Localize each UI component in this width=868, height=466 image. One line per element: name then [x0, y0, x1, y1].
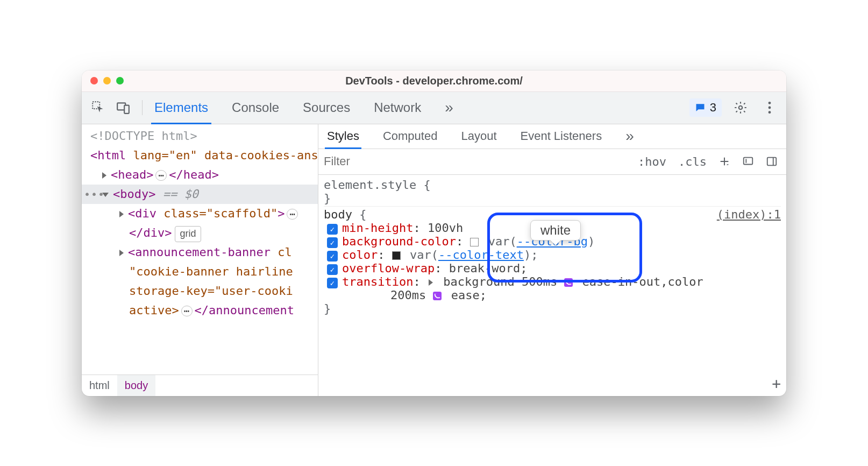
devtools-window: DevTools - developer.chrome.com/ Element…: [82, 70, 786, 396]
toolbar-divider: [142, 100, 143, 115]
decl-overflow-wrap[interactable]: ✓ overflow-wrap: break-word;: [324, 262, 781, 275]
toggle-hover-button[interactable]: :hov: [636, 154, 668, 170]
traffic-lights: [90, 77, 124, 84]
svg-rect-8: [767, 158, 777, 166]
grid-badge[interactable]: grid: [175, 226, 201, 242]
crumb-body[interactable]: body: [117, 375, 155, 396]
tab-network[interactable]: Network: [371, 92, 424, 124]
styles-rules[interactable]: element.style { } (index):1 body { ✓ min…: [318, 175, 786, 396]
subtab-computed[interactable]: Computed: [381, 124, 440, 149]
tab-console[interactable]: Console: [229, 92, 282, 124]
plus-icon: [718, 156, 730, 167]
dom-node-announcement-l4[interactable]: active>⋯</announcement: [90, 301, 318, 320]
elements-pane: <!DOCTYPE html> <html lang="en" data-coo…: [82, 124, 318, 396]
rule-element-style[interactable]: element.style { }: [324, 177, 781, 207]
close-window-button[interactable]: [90, 77, 98, 84]
dom-node-announcement-l2[interactable]: "cookie-banner hairline: [90, 262, 318, 281]
add-declaration-button[interactable]: +: [772, 375, 781, 393]
decl-enable-checkbox[interactable]: ✓: [327, 237, 338, 248]
expand-ellipsis-icon[interactable]: ⋯: [287, 209, 298, 220]
expand-ellipsis-icon[interactable]: ⋯: [155, 170, 167, 181]
computed-styles-toggle-icon[interactable]: [740, 154, 756, 168]
expand-icon[interactable]: [429, 279, 433, 286]
selected-row-menu-icon[interactable]: •••: [84, 186, 105, 202]
svg-point-5: [769, 107, 771, 109]
decl-color[interactable]: ✓ color: var(--color-text);: [324, 248, 781, 262]
sidebar-subtabs: Styles Computed Layout Event Listeners »: [318, 124, 786, 149]
dom-node-announcement-l3[interactable]: storage-key="user-cooki: [90, 281, 318, 301]
dom-node-body-selected[interactable]: ••• <body> == $0: [82, 185, 318, 204]
subtab-layout[interactable]: Layout: [459, 124, 499, 149]
settings-icon[interactable]: [730, 97, 751, 118]
device-toggle-icon[interactable]: [113, 97, 133, 118]
decl-enable-checkbox[interactable]: ✓: [327, 278, 338, 288]
styles-filter-row: :hov .cls: [318, 149, 786, 175]
color-swatch-icon[interactable]: [392, 251, 401, 260]
issues-badge[interactable]: 3: [689, 98, 722, 117]
subtab-event-listeners[interactable]: Event Listeners: [518, 124, 604, 149]
issues-count: 3: [710, 101, 716, 115]
svg-point-4: [769, 102, 771, 104]
maximize-window-button[interactable]: [116, 77, 124, 84]
rule-source-link[interactable]: (index):1: [717, 208, 781, 221]
expand-ellipsis-icon[interactable]: ⋯: [181, 306, 193, 316]
subtab-styles[interactable]: Styles: [325, 124, 361, 149]
titlebar: DevTools - developer.chrome.com/: [82, 70, 786, 92]
tabs-overflow[interactable]: »: [442, 92, 457, 124]
main-area: <!DOCTYPE html> <html lang="en" data-coo…: [82, 124, 786, 396]
tab-sources[interactable]: Sources: [300, 92, 353, 124]
svg-point-6: [769, 111, 771, 114]
value-tooltip: white: [530, 220, 581, 241]
dom-node-div-scaffold[interactable]: <div class="scaffold">⋯: [90, 204, 318, 223]
color-swatch-icon[interactable]: [470, 238, 479, 246]
dom-node-head[interactable]: <head>⋯</head>: [90, 165, 318, 185]
breadcrumb: html body: [82, 375, 318, 396]
styles-filter-input[interactable]: [318, 149, 629, 174]
styles-pane: Styles Computed Layout Event Listeners »…: [318, 124, 786, 396]
message-icon: [695, 102, 706, 113]
dom-node-doctype[interactable]: <!DOCTYPE html>: [90, 126, 318, 146]
window-title: DevTools - developer.chrome.com/: [82, 75, 786, 87]
svg-rect-7: [744, 158, 753, 165]
decl-enable-checkbox[interactable]: ✓: [327, 224, 338, 235]
svg-point-3: [739, 106, 743, 110]
panel-tabs: Elements Console Sources Network »: [151, 92, 685, 124]
tab-elements[interactable]: Elements: [151, 92, 211, 124]
inspect-icon[interactable]: [88, 97, 109, 118]
crumb-html[interactable]: html: [82, 375, 117, 396]
easing-editor-icon[interactable]: [564, 278, 573, 287]
minimize-window-button[interactable]: [103, 77, 111, 84]
dom-node-announcement-open[interactable]: <announcement-banner cl: [90, 243, 318, 262]
decl-enable-checkbox[interactable]: ✓: [327, 264, 338, 275]
dom-node-div-close[interactable]: </div>grid: [90, 223, 318, 243]
decl-enable-checkbox[interactable]: ✓: [327, 251, 338, 262]
rendering-panel-icon[interactable]: [764, 154, 780, 168]
toggle-classes-button[interactable]: .cls: [676, 154, 709, 170]
new-style-rule-button[interactable]: [716, 154, 732, 168]
subtabs-overflow[interactable]: »: [623, 124, 636, 149]
svg-rect-2: [124, 105, 129, 114]
more-menu-icon[interactable]: [759, 97, 780, 118]
main-toolbar: Elements Console Sources Network » 3: [82, 92, 786, 124]
decl-transition[interactable]: ✓ transition: background 500ms ease-in-o…: [324, 275, 781, 302]
dom-tree[interactable]: <!DOCTYPE html> <html lang="en" data-coo…: [82, 124, 318, 375]
dom-node-html-open[interactable]: <html lang="en" data-cookies-answered da…: [90, 146, 318, 165]
easing-editor-icon[interactable]: [433, 292, 442, 300]
